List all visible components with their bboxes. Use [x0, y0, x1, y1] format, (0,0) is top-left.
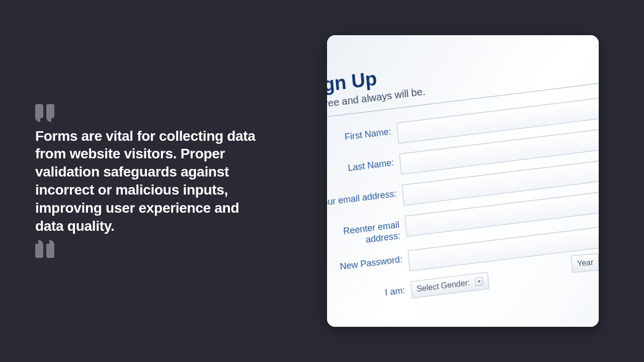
last-name-label: Last Name: [327, 154, 400, 178]
quote-open-icon [35, 104, 267, 118]
signup-form-image: Sign Up It's free and always will be. Fi… [327, 35, 599, 327]
quote-panel: Forms are vital for collecting data from… [0, 104, 282, 258]
year-select[interactable]: Year [571, 253, 599, 273]
password-label: New Password: [327, 250, 409, 275]
gender-select-label: Select Gender: [416, 279, 470, 294]
gender-select[interactable]: Select Gender: [411, 272, 490, 299]
quote-close-icon [35, 244, 267, 258]
chevron-down-icon [474, 277, 483, 286]
quote-text: Forms are vital for collecting data from… [35, 127, 267, 235]
year-select-label: Year [577, 258, 594, 268]
email-label: Your email address: [327, 185, 403, 209]
first-name-label: First Name: [327, 123, 397, 147]
reenter-email-label: Reenter email address: [327, 216, 407, 251]
iam-label: I am: [327, 282, 412, 306]
